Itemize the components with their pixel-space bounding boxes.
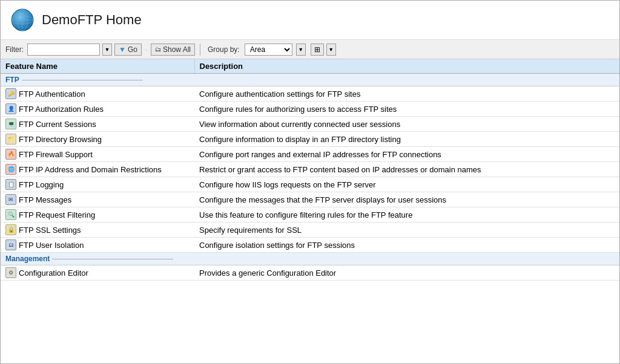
toolbar-separator: [200, 44, 200, 56]
feature-desc: Configure information to display in an F…: [194, 132, 619, 147]
group-by-dropdown-arrow[interactable]: ▼: [296, 44, 306, 56]
col-header-name[interactable]: Feature Name: [1, 59, 194, 74]
group-name: Management: [5, 255, 50, 263]
ftp-sessions-icon: 💻: [5, 119, 16, 129]
ftp-request-icon: 🔍: [5, 209, 16, 220]
feature-name-cell: 👤 FTP Authorization Rules: [1, 102, 194, 117]
feature-name-cell: ⚙ Configuration Editor: [1, 265, 194, 281]
funnel-icon: ▼: [119, 45, 126, 54]
group-row: FTP: [1, 74, 619, 86]
feature-desc: Configure port ranges and external IP ad…: [194, 147, 619, 162]
feature-name-cell: 💻 FTP Current Sessions: [1, 117, 194, 132]
ftp-messages-icon: ✉: [5, 194, 16, 205]
toolbar: Filter: ▼ ▼ Go · 🗂 Show All Group by: Ar…: [1, 40, 619, 59]
feature-name-cell: 📁 FTP Directory Browsing: [1, 132, 194, 147]
feature-name: FTP Logging: [19, 180, 64, 189]
group-by-select[interactable]: Area Category None: [245, 44, 292, 56]
feature-desc: Provides a generic Configuration Editor: [194, 265, 619, 281]
ftp-authz-icon: 👤: [5, 103, 16, 114]
filter-dropdown-arrow[interactable]: ▼: [102, 44, 112, 56]
feature-name: FTP Current Sessions: [19, 120, 96, 129]
feature-name: FTP Directory Browsing: [19, 135, 102, 144]
feature-name-cell: 🔒 FTP SSL Settings: [1, 223, 194, 238]
group-by-label: Group by:: [208, 45, 240, 54]
config-icon: ⚙: [5, 267, 16, 278]
feature-desc: Configure the messages that the FTP serv…: [194, 192, 619, 207]
page-title: DemoFTP Home: [42, 12, 142, 28]
table-row[interactable]: 💻 FTP Current Sessions View information …: [1, 117, 619, 132]
feature-name: FTP Firewall Support: [19, 150, 93, 159]
feature-name-cell: 🔥 FTP Firewall Support: [1, 147, 194, 162]
table-row[interactable]: ⚙ Configuration Editor Provides a generi…: [1, 265, 619, 281]
feature-desc: Configure rules for authorizing users to…: [194, 102, 619, 117]
table-row[interactable]: 🔒 FTP SSL Settings Specify requirements …: [1, 223, 619, 238]
group-name: FTP: [5, 76, 19, 84]
ftp-ip-icon: 🌐: [5, 164, 16, 175]
feature-name-cell: 📋 FTP Logging: [1, 177, 194, 192]
separator1: ·: [145, 46, 147, 53]
filter-input[interactable]: [27, 44, 100, 56]
table-row[interactable]: 👤 FTP Authorization Rules Configure rule…: [1, 102, 619, 117]
feature-table: Feature Name Description FTP 🔑 FTP Authe…: [1, 59, 619, 281]
ftp-auth-icon: 🔑: [5, 88, 16, 99]
ftp-isolation-icon: 🗂: [5, 239, 16, 250]
feature-name-cell: 🔍 FTP Request Filtering: [1, 207, 194, 223]
feature-name: Configuration Editor: [19, 268, 88, 278]
feature-name-cell: 🔑 FTP Authentication: [1, 86, 194, 102]
ftp-ssl-icon: 🔒: [5, 224, 16, 235]
feature-name: FTP Authentication: [19, 89, 85, 99]
feature-desc: Use this feature to configure filtering …: [194, 207, 619, 223]
feature-desc: Configure isolation settings for FTP ses…: [194, 238, 619, 253]
ftp-logging-icon: 📋: [5, 179, 16, 190]
table-row[interactable]: 🔍 FTP Request Filtering Use this feature…: [1, 207, 619, 223]
feature-name: FTP IP Address and Domain Restrictions: [19, 165, 162, 174]
table-row[interactable]: 🗂 FTP User Isolation Configure isolation…: [1, 238, 619, 253]
feature-desc: Configure authentication settings for FT…: [194, 86, 619, 102]
table-row[interactable]: ✉ FTP Messages Configure the messages th…: [1, 192, 619, 207]
feature-table-wrapper: Feature Name Description FTP 🔑 FTP Authe…: [1, 59, 619, 363]
group-divider: [52, 259, 173, 259]
view-icon-button[interactable]: ⊞: [311, 44, 324, 56]
feature-name: FTP User Isolation: [19, 241, 84, 250]
feature-name-cell: 🗂 FTP User Isolation: [1, 238, 194, 253]
table-row[interactable]: 📋 FTP Logging Configure how IIS logs req…: [1, 177, 619, 192]
ftp-dir-icon: 📁: [5, 134, 16, 145]
col-header-desc[interactable]: Description: [194, 59, 619, 74]
feature-name: FTP Authorization Rules: [19, 105, 104, 114]
feature-name: FTP Messages: [19, 195, 71, 204]
feature-name-cell: 🌐 FTP IP Address and Domain Restrictions: [1, 162, 194, 177]
go-button[interactable]: ▼ Go: [114, 44, 142, 56]
feature-desc: Configure how IIS logs requests on the F…: [194, 177, 619, 192]
show-all-icon: 🗂: [155, 46, 161, 53]
filter-label: Filter:: [5, 45, 24, 54]
view-dropdown-arrow[interactable]: ▼: [326, 44, 336, 56]
feature-desc: Specify requirements for SSL: [194, 223, 619, 238]
ftp-firewall-icon: 🔥: [5, 149, 16, 160]
feature-name-cell: ✉ FTP Messages: [1, 192, 194, 207]
table-row[interactable]: 📁 FTP Directory Browsing Configure infor…: [1, 132, 619, 147]
table-row[interactable]: 🔑 FTP Authentication Configure authentic…: [1, 86, 619, 102]
feature-name: FTP SSL Settings: [19, 226, 81, 235]
table-row[interactable]: 🔥 FTP Firewall Support Configure port ra…: [1, 147, 619, 162]
show-all-button[interactable]: 🗂 Show All: [151, 44, 195, 56]
feature-desc: View information about currently connect…: [194, 117, 619, 132]
header: DemoFTP Home: [1, 1, 619, 40]
group-divider: [22, 80, 143, 80]
group-row: Management: [1, 253, 619, 265]
table-row[interactable]: 🌐 FTP IP Address and Domain Restrictions…: [1, 162, 619, 177]
feature-name: FTP Request Filtering: [19, 210, 95, 219]
feature-desc: Restrict or grant access to FTP content …: [194, 162, 619, 177]
globe-icon: [10, 8, 35, 32]
